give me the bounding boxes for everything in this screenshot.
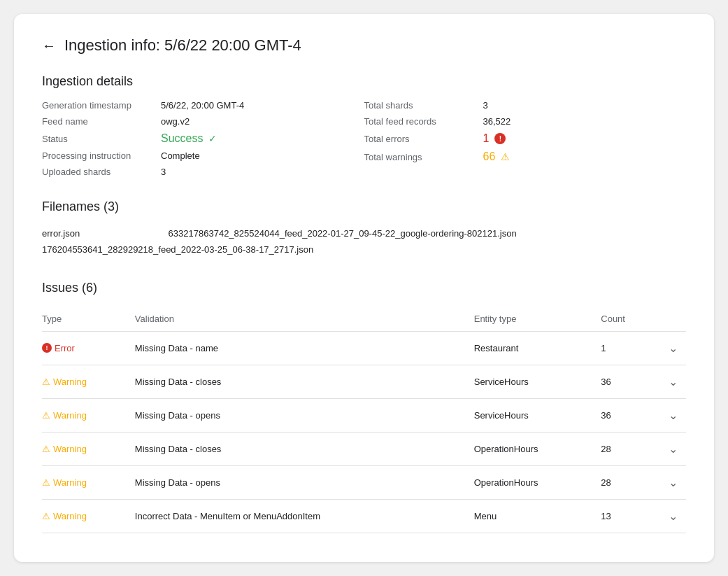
total-errors-row: Total errors 1 ! [364,132,687,145]
filenames-list: error.json 633217863742_825524044_feed_2… [42,225,686,258]
issues-section: Issues (6) Type Validation Entity type C… [42,281,686,533]
cell-entity-type: OperationHours [474,465,601,499]
details-grid: Generation timestamp 5/6/22, 20:00 GMT-4… [42,100,686,177]
check-icon: ✓ [208,133,217,144]
cell-count: 36 [601,398,658,432]
filename-2: 176204553641_282929218_feed_2022-03-25_0… [42,241,686,258]
total-errors-value: 1 [483,132,490,145]
details-right-col: Total shards 3 Total feed records 36,522… [364,100,687,177]
cell-entity-type: Menu [474,499,601,533]
cell-validation: Incorrect Data - MenuItem or MenuAddonIt… [135,499,474,533]
status-value: Success [161,132,203,145]
warning-triangle-icon: ⚠ [501,151,510,162]
status-row: Status Success ✓ [42,132,364,145]
cell-expand[interactable]: ⌄ [658,398,686,432]
processing-instruction-label: Processing instruction [42,150,161,161]
total-warnings-value: 66 [483,150,496,163]
cell-expand[interactable]: ⌄ [658,365,686,398]
chevron-down-icon[interactable]: ⌄ [669,442,678,456]
feed-name-value: owg.v2 [161,116,190,127]
cell-count: 13 [601,499,658,533]
chevron-down-icon[interactable]: ⌄ [669,510,678,523]
total-feed-records-label: Total feed records [364,116,483,127]
chevron-down-icon[interactable]: ⌄ [669,342,678,355]
total-warnings-container: 66 ⚠ [483,150,511,163]
total-feed-records-value: 36,522 [483,116,511,127]
error-dot-icon: ! [494,133,506,144]
cell-expand[interactable]: ⌄ [658,331,686,365]
total-feed-records-row: Total feed records 36,522 [364,116,687,127]
warning-triangle-icon: ⚠ [42,377,50,387]
page-header: ← Ingestion info: 5/6/22 20:00 GMT-4 [42,36,686,55]
type-warning: ⚠ Warning [42,477,127,488]
total-warnings-row: Total warnings 66 ⚠ [364,150,687,163]
status-value-container: Success ✓ [161,132,217,145]
status-label: Status [42,134,161,144]
cell-type: ⚠ Warning [42,432,135,465]
type-warning: ⚠ Warning [42,444,127,454]
type-warning: ⚠ Warning [42,511,127,521]
cell-count: 36 [601,365,658,398]
issues-table-body: ! Error Missing Data - name Restaurant 1… [42,331,686,533]
chevron-down-icon[interactable]: ⌄ [669,409,678,422]
cell-type: ⚠ Warning [42,398,135,432]
processing-instruction-value: Complete [161,150,200,161]
table-row: ! Error Missing Data - name Restaurant 1… [42,331,686,365]
cell-type: ⚠ Warning [42,365,135,398]
cell-validation: Missing Data - opens [135,398,474,432]
cell-count: 28 [601,432,658,465]
cell-type: ! Error [42,331,135,365]
warning-triangle-icon: ⚠ [42,511,50,521]
type-warning: ⚠ Warning [42,410,127,421]
table-row: ⚠ Warning Missing Data - opens ServiceHo… [42,398,686,432]
chevron-down-icon[interactable]: ⌄ [669,476,678,489]
chevron-down-icon[interactable]: ⌄ [669,375,678,388]
table-row: ⚠ Warning Missing Data - opens Operation… [42,465,686,499]
cell-validation: Missing Data - closes [135,365,474,398]
table-row: ⚠ Warning Incorrect Data - MenuItem or M… [42,499,686,533]
processing-instruction-row: Processing instruction Complete [42,150,364,161]
warning-triangle-icon: ⚠ [42,477,50,488]
cell-count: 1 [601,331,658,365]
details-left-col: Generation timestamp 5/6/22, 20:00 GMT-4… [42,100,364,177]
col-type: Type [42,307,135,332]
error-dot-icon: ! [42,343,52,353]
total-warnings-label: Total warnings [364,152,483,162]
total-shards-label: Total shards [364,100,483,111]
type-error: ! Error [42,343,127,353]
type-warning: ⚠ Warning [42,377,127,387]
issues-title: Issues (6) [42,281,686,295]
total-shards-row: Total shards 3 [364,100,687,111]
table-row: ⚠ Warning Missing Data - closes Operatio… [42,432,686,465]
cell-entity-type: ServiceHours [474,365,601,398]
main-card: ← Ingestion info: 5/6/22 20:00 GMT-4 Ing… [14,14,714,562]
col-entity-type: Entity type [474,307,601,332]
back-button[interactable]: ← [42,38,56,54]
ingestion-details-section: Ingestion details Generation timestamp 5… [42,74,686,177]
feed-name-row: Feed name owg.v2 [42,116,364,127]
uploaded-shards-row: Uploaded shards 3 [42,167,364,177]
col-count: Count [601,307,658,332]
total-errors-label: Total errors [364,134,483,144]
filenames-section: Filenames (3) error.json 633217863742_82… [42,199,686,258]
feed-name-label: Feed name [42,116,161,127]
cell-expand[interactable]: ⌄ [658,499,686,533]
uploaded-shards-value: 3 [161,167,166,177]
cell-entity-type: Restaurant [474,331,601,365]
filenames-title: Filenames (3) [42,199,686,214]
cell-validation: Missing Data - name [135,331,474,365]
cell-type: ⚠ Warning [42,465,135,499]
warning-triangle-icon: ⚠ [42,410,50,421]
generation-timestamp-row: Generation timestamp 5/6/22, 20:00 GMT-4 [42,100,364,111]
cell-validation: Missing Data - opens [135,465,474,499]
cell-expand[interactable]: ⌄ [658,465,686,499]
cell-validation: Missing Data - closes [135,432,474,465]
ingestion-details-title: Ingestion details [42,74,686,89]
cell-entity-type: OperationHours [474,432,601,465]
cell-type: ⚠ Warning [42,499,135,533]
total-shards-value: 3 [483,100,488,111]
cell-expand[interactable]: ⌄ [658,432,686,465]
col-expand [658,307,686,332]
generation-timestamp-label: Generation timestamp [42,100,161,111]
filename-1: error.json 633217863742_825524044_feed_2… [42,225,686,241]
